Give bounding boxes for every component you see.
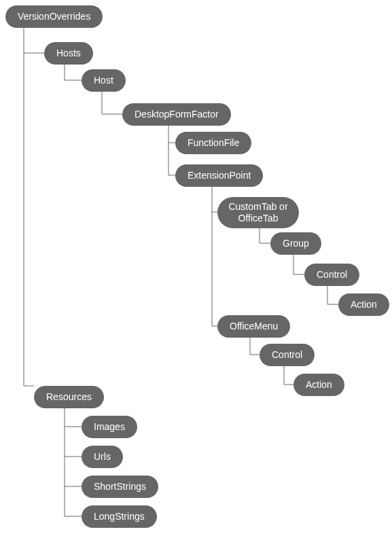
node-label: CustomTab or OfficeTab (224, 201, 292, 224)
node-label: Host (94, 75, 113, 86)
node-version-overrides: VersionOverrides (5, 5, 103, 28)
node-label: FunctionFile (188, 137, 239, 149)
node-label: Hosts (56, 48, 81, 59)
node-custom-or-office-tab: CustomTab or OfficeTab (217, 197, 299, 228)
node-label: ShortStrings (94, 481, 146, 493)
node-action-1: Action (338, 293, 389, 316)
node-label: Group (283, 238, 309, 249)
node-label: OfficeMenu (230, 321, 278, 332)
node-label: VersionOverrides (18, 11, 90, 22)
node-extension-point: ExtensionPoint (175, 164, 263, 187)
node-desktop-form-factor: DesktopFormFactor (122, 103, 231, 126)
node-label: Resources (46, 391, 92, 403)
node-group: Group (270, 232, 321, 255)
node-host: Host (82, 69, 126, 92)
node-resources: Resources (34, 386, 104, 408)
node-label: ExtensionPoint (188, 170, 251, 181)
node-images: Images (82, 416, 137, 438)
node-label: Urls (94, 451, 111, 463)
node-control-1: Control (304, 264, 359, 286)
node-action-2: Action (293, 374, 344, 396)
node-label: Action (351, 299, 377, 310)
node-label: Images (94, 421, 125, 433)
node-label: Control (317, 269, 347, 281)
node-label: Action (306, 379, 332, 391)
node-label: LongStrings (94, 511, 145, 522)
node-office-menu: OfficeMenu (217, 315, 290, 338)
node-function-file: FunctionFile (175, 132, 251, 154)
node-label: Control (272, 349, 302, 361)
node-long-strings: LongStrings (82, 505, 157, 528)
node-label: DesktopFormFactor (135, 109, 219, 120)
node-control-2: Control (260, 344, 315, 366)
node-short-strings: ShortStrings (82, 476, 158, 498)
node-hosts: Hosts (44, 42, 93, 65)
node-urls: Urls (82, 446, 123, 468)
